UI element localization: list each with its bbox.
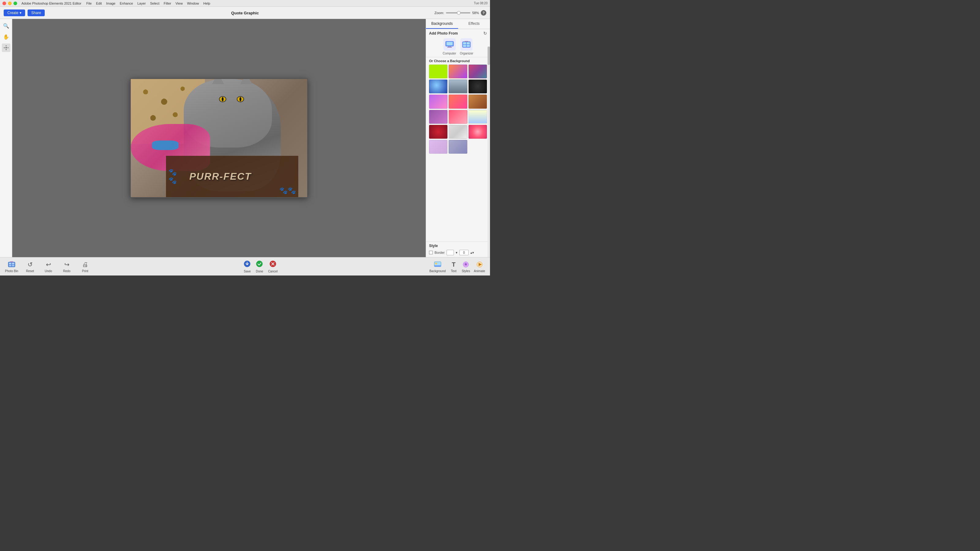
menu-window[interactable]: Window (187, 2, 199, 5)
quote-text[interactable]: PURR-FECT (189, 171, 293, 182)
done-button[interactable]: Done (256, 260, 263, 273)
photo-sources: Computer (429, 38, 487, 55)
print-label: Print (82, 269, 89, 273)
svg-rect-9 (467, 45, 470, 47)
menu-filter[interactable]: Filter (164, 2, 171, 5)
bg-swatch-lime[interactable] (429, 65, 447, 78)
bg-swatch-misty-forest[interactable] (449, 79, 467, 94)
cancel-button[interactable]: Cancel (268, 260, 277, 273)
close-button[interactable] (2, 2, 6, 5)
menu-select[interactable]: Select (150, 2, 159, 5)
menu-help[interactable]: Help (204, 2, 210, 5)
save-icon (243, 260, 251, 269)
text-tool-button[interactable]: T Text (449, 260, 458, 273)
animate-tool-icon (475, 260, 484, 269)
choose-bg-section: Or Choose a Background (426, 57, 490, 241)
bg-swatch-roses[interactable] (429, 125, 447, 139)
border-size-input[interactable]: 0 (460, 250, 469, 255)
add-photo-section: Add Photo From ↻ Computer (426, 29, 490, 57)
redo-label: Redo (63, 269, 70, 273)
bg-swatch-marble[interactable] (449, 125, 467, 139)
tab-effects[interactable]: Effects (458, 19, 490, 29)
create-button[interactable]: Create ▾ (4, 10, 25, 16)
bg-swatch-sunset[interactable] (469, 65, 487, 78)
styles-tool-button[interactable]: Styles (461, 260, 470, 273)
blue-toy (152, 140, 178, 150)
redo-icon: ↪ (62, 260, 71, 269)
save-button[interactable]: Save (243, 260, 251, 273)
print-button[interactable]: 🖨 Print (78, 260, 92, 273)
tab-backgrounds[interactable]: Backgrounds (426, 19, 458, 29)
app-name: Adobe Photoshop Elements 2021 Editor (21, 2, 81, 5)
styles-tool-icon (461, 260, 470, 269)
refresh-icon[interactable]: ↻ (483, 31, 487, 36)
save-label: Save (244, 270, 251, 273)
search-tool[interactable]: 🔍 (2, 21, 10, 30)
share-button[interactable]: Share (27, 10, 45, 16)
zoom-slider[interactable] (446, 12, 470, 13)
photo-bin-button[interactable]: Photo Bin (5, 260, 18, 273)
bg-swatch-beach[interactable] (469, 110, 487, 124)
quote-banner[interactable]: 🐾🐾 PURR-FECT 🐾🐾 (166, 156, 298, 197)
right-panel-tabs: Backgrounds Effects (426, 19, 490, 29)
right-panel: Backgrounds Effects Add Photo From ↻ (426, 19, 490, 257)
redo-button[interactable]: ↪ Redo (60, 260, 73, 273)
bg-swatch-flowers-purple[interactable] (429, 110, 447, 124)
svg-rect-10 (465, 41, 468, 42)
maximize-button[interactable] (13, 2, 17, 5)
menu-edit[interactable]: Edit (96, 2, 102, 5)
svg-point-22 (435, 263, 437, 265)
svg-rect-14 (9, 265, 11, 266)
menu-image[interactable]: Image (106, 2, 115, 5)
titlebar-right: Tue 08:20 (474, 2, 488, 5)
bg-swatch-coral[interactable] (449, 95, 467, 108)
organizer-source-button[interactable]: Organizer (460, 38, 474, 55)
canvas-area[interactable]: 🐾🐾 PURR-FECT 🐾🐾 (12, 19, 426, 257)
border-checkbox[interactable] (429, 251, 433, 254)
bg-swatch-flowers-pink[interactable] (449, 110, 467, 124)
bg-swatch-blue-bokeh[interactable] (429, 79, 447, 94)
styles-tool-label: Styles (462, 269, 470, 273)
svg-rect-13 (12, 263, 14, 265)
right-panel-scrollbar[interactable] (488, 46, 490, 257)
svg-rect-12 (9, 263, 11, 265)
zoom-value: 58% (472, 11, 479, 15)
cat-ear-right (240, 79, 252, 84)
background-tool-button[interactable]: Background (430, 260, 445, 273)
paw-prints-left: 🐾🐾 (169, 168, 177, 184)
bg-swatch-dark-bokeh[interactable] (469, 79, 487, 94)
computer-source-button[interactable]: Computer (443, 38, 456, 55)
move-tool[interactable] (2, 43, 10, 52)
animate-tool-label: Animate (474, 269, 485, 273)
bg-swatch-glitter-pink[interactable] (469, 125, 487, 139)
zoom-thumb[interactable] (457, 11, 461, 15)
bg-swatch-purple-pink[interactable] (429, 95, 447, 108)
bottom-right-tools: Background T Text Styles (430, 260, 485, 273)
undo-button[interactable]: ↩ Undo (41, 260, 55, 273)
bg-swatch-purple-grad[interactable] (449, 65, 467, 78)
menu-view[interactable]: View (175, 2, 183, 5)
bg-swatch-lavender[interactable] (449, 140, 467, 154)
minimize-button[interactable] (8, 2, 12, 5)
animate-tool-button[interactable]: Animate (474, 260, 485, 273)
choose-bg-title: Or Choose a Background (429, 59, 487, 63)
reset-button[interactable]: ↺ Reset (23, 260, 37, 273)
help-button[interactable]: ? (481, 10, 486, 16)
menu-layer[interactable]: Layer (137, 2, 146, 5)
bg-swatch-flowers-dark[interactable] (469, 95, 487, 108)
titlebar: Adobe Photoshop Elements 2021 Editor Fil… (0, 0, 490, 7)
background-grid (429, 65, 487, 154)
menu-enhance[interactable]: Enhance (120, 2, 133, 5)
bg-swatch-soft-purple[interactable] (429, 140, 447, 154)
photo-bin-label: Photo Bin (5, 269, 18, 273)
add-photo-title: Add Photo From ↻ (429, 31, 487, 36)
app-container: Create ▾ Share Quote Graphic Zoom: 58% ?… (0, 7, 490, 275)
canvas-wrapper: 🐾🐾 PURR-FECT 🐾🐾 (130, 78, 308, 198)
hand-tool[interactable]: ✋ (2, 32, 10, 41)
toolbar-left: Create ▾ Share (4, 10, 45, 16)
menu-file[interactable]: File (86, 2, 92, 5)
border-color-picker[interactable] (447, 250, 454, 255)
right-panel-scroll-thumb[interactable] (488, 46, 490, 65)
bottom-left-tools: Photo Bin ↺ Reset ↩ Undo ↪ Redo 🖨 Print (5, 260, 92, 273)
zoom-control: Zoom: 58% ? (434, 10, 486, 16)
